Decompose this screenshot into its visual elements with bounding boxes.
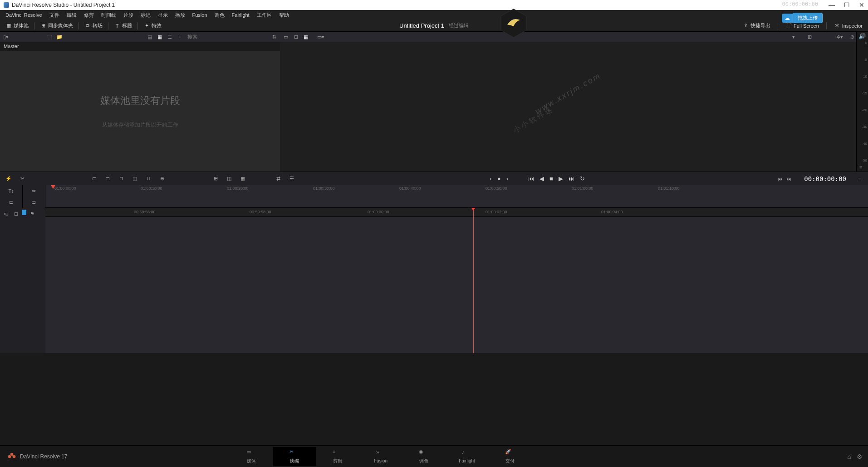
menu-修剪[interactable]: 修剪: [80, 12, 98, 19]
meter-menu-icon[interactable]: ≡: [859, 164, 862, 170]
playhead-main[interactable]: [473, 208, 474, 353]
db-label: -10: [862, 74, 867, 79]
link-icon[interactable]: ⊡: [12, 210, 20, 218]
marker-icon[interactable]: [22, 210, 26, 215]
next-clip-icon[interactable]: ⏭: [786, 176, 791, 182]
main-toolbar: ▦ 媒体池 ⊞ 同步媒体夹 ⧉ 转场 T 标题 ✦ 特效 Untitled Pr…: [0, 20, 868, 32]
media-search-input[interactable]: [186, 33, 268, 40]
safe-area-icon[interactable]: ⊞: [808, 34, 812, 40]
play-button[interactable]: ▶: [559, 175, 563, 182]
source-tape-icon[interactable]: ▭: [282, 34, 290, 40]
source-clip-icon[interactable]: ⊡: [292, 34, 300, 40]
home-icon[interactable]: ⌂: [848, 453, 851, 460]
close-button[interactable]: ✕: [859, 1, 864, 9]
inspector-toggle[interactable]: ✲ Inspector: [830, 22, 866, 30]
grid-icon[interactable]: ▦: [238, 174, 248, 183]
split-icon[interactable]: ✂: [17, 174, 27, 183]
menu-fairlight[interactable]: Fairlight: [228, 12, 253, 18]
menu-编辑[interactable]: 编辑: [63, 12, 80, 19]
sync-bin-toggle[interactable]: ⊞ 同步媒体夹: [36, 21, 77, 30]
menu-帮助[interactable]: 帮助: [275, 12, 293, 19]
boring-detector-icon[interactable]: ⚡: [4, 174, 14, 183]
loop-button[interactable]: ↻: [580, 175, 585, 182]
first-frame-button[interactable]: ⏮: [528, 175, 534, 182]
swap-icon[interactable]: ⇄: [273, 174, 283, 183]
list-view-icon[interactable]: ≡: [176, 33, 184, 40]
snap-icon[interactable]: ⊂: [2, 210, 10, 218]
viewer-zoom-dropdown[interactable]: ▾: [792, 34, 795, 40]
nav-page-media[interactable]: ▭媒体: [230, 447, 273, 466]
transport-timecode[interactable]: 00:00:00:00: [804, 175, 846, 182]
import-icon[interactable]: ⬚: [45, 33, 54, 40]
timeline-view-icon[interactable]: ▦: [302, 34, 310, 40]
effects-toggle[interactable]: ✦ 特效: [140, 21, 165, 30]
place-on-top-icon[interactable]: ⊔: [143, 174, 153, 183]
append-icon[interactable]: ⊐: [103, 174, 113, 183]
project-settings-icon[interactable]: ⚙: [857, 453, 863, 460]
transitions-icon: ⧉: [84, 23, 91, 29]
stop-button[interactable]: ■: [549, 175, 553, 182]
menu-时间线[interactable]: 时间线: [98, 12, 120, 19]
ruler-tick: 01:00:40:00: [399, 186, 421, 191]
next-edit-icon[interactable]: ›: [506, 175, 508, 182]
strip-view-icon[interactable]: ☰: [166, 33, 174, 40]
smart-insert-icon[interactable]: ⊏: [89, 174, 99, 183]
nav-page-edit[interactable]: ≡剪辑: [316, 447, 359, 466]
timeline-mode-a-icon[interactable]: T↕: [0, 185, 23, 197]
bin-view-icon[interactable]: ▯▾: [2, 33, 10, 40]
nav-page-fairlight[interactable]: ♪Fairlight: [446, 447, 489, 466]
timeline-ruler-overview[interactable]: 01:00:00:0001:00:10:0001:00:20:0001:00:3…: [45, 185, 868, 208]
tools-icon[interactable]: ✲▾: [836, 34, 843, 40]
viewer-canvas[interactable]: www.xxrjm.com 小小软件迷: [280, 42, 856, 172]
tools-dropdown-icon[interactable]: ⊞: [211, 174, 221, 183]
app-icon: [4, 2, 9, 8]
bypass-icon[interactable]: ⊘: [850, 34, 854, 40]
maximize-button[interactable]: ☐: [844, 1, 850, 9]
audio-only-icon[interactable]: ⊐: [23, 197, 45, 208]
thumbnail-view-icon[interactable]: ▦: [156, 33, 164, 40]
transitions-toggle[interactable]: ⧉ 转场: [81, 21, 106, 30]
prev-edit-icon[interactable]: ‹: [490, 175, 491, 182]
nav-page-color[interactable]: ◉调色: [402, 447, 446, 466]
sort-icon[interactable]: ⇅: [270, 33, 278, 40]
volume-icon[interactable]: 🔊: [858, 33, 866, 39]
menu-文件[interactable]: 文件: [46, 12, 63, 19]
track-area[interactable]: [45, 217, 868, 353]
folder-icon[interactable]: 📁: [55, 33, 64, 40]
source-overwrite-icon[interactable]: ⊕: [157, 174, 167, 183]
ripple-overwrite-icon[interactable]: ⊓: [116, 174, 126, 183]
menu-标记[interactable]: 标记: [137, 12, 154, 19]
menu-播放[interactable]: 播放: [172, 12, 189, 19]
menu-fusion[interactable]: Fusion: [189, 12, 211, 18]
dynamic-zoom-icon[interactable]: ◫: [224, 174, 234, 183]
play-reverse-button[interactable]: ◀: [539, 175, 544, 182]
titles-toggle[interactable]: T 标题: [110, 21, 136, 30]
timeline-options-icon[interactable]: ≡: [854, 174, 864, 183]
empty-title: 媒体池里没有片段: [100, 94, 180, 108]
media-pool-toggle[interactable]: ▦ 媒体池: [2, 21, 32, 30]
metadata-view-icon[interactable]: ▤: [146, 33, 154, 40]
last-frame-button[interactable]: ⏭: [569, 175, 574, 182]
menu-片段[interactable]: 片段: [120, 12, 137, 19]
marker-dot-icon[interactable]: ●: [497, 175, 501, 182]
timeline-tracks[interactable]: 00:59:56:0000:59:58:0001:00:00:0001:00:0…: [45, 208, 868, 353]
media-pool-body[interactable]: 媒体池里没有片段 从媒体存储添加片段以开始工作: [0, 51, 280, 172]
timeline-mode-b-icon[interactable]: ⇔: [23, 185, 45, 197]
upload-widget[interactable]: ☁ 拖拽上传: [782, 13, 823, 23]
minimize-button[interactable]: —: [829, 1, 835, 9]
nav-page-fusion[interactable]: ∞Fusion: [359, 447, 402, 466]
nav-page-deliver[interactable]: 🚀交付: [489, 447, 532, 466]
settings-sliders-icon[interactable]: ☰: [287, 174, 297, 183]
video-only-icon[interactable]: ⊏: [0, 197, 23, 208]
menu-工作区[interactable]: 工作区: [253, 12, 275, 19]
menu-显示[interactable]: 显示: [154, 12, 172, 19]
viewer-toolbar: ▭ ⊡ ▦ ▭▾ ▾ ⊞ 00:00:00:00 ✲▾ ⊘: [280, 32, 856, 42]
viewer-mode-dropdown[interactable]: ▭▾: [317, 34, 324, 40]
closeup-icon[interactable]: ◫: [130, 174, 140, 183]
menu-调色[interactable]: 调色: [211, 12, 228, 19]
prev-clip-icon[interactable]: ⏮: [778, 176, 783, 182]
menu-davinci-resolve[interactable]: DaVinci Resolve: [2, 12, 46, 18]
nav-page-cut[interactable]: ✂快编: [273, 447, 316, 466]
flag-icon[interactable]: ⚑: [28, 210, 36, 218]
quick-export-button[interactable]: ⇪ 快捷导出: [739, 21, 774, 30]
